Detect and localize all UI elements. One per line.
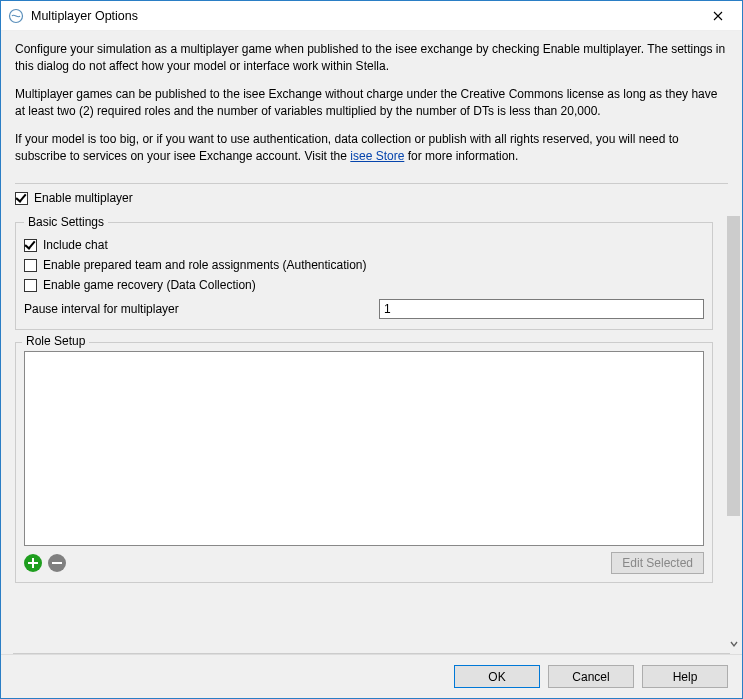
ok-button[interactable]: OK bbox=[454, 665, 540, 688]
vertical-scrollbar[interactable] bbox=[725, 213, 742, 653]
scrollbar-thumb[interactable] bbox=[727, 216, 740, 516]
game-recovery-checkbox[interactable] bbox=[24, 279, 37, 292]
dialog-footer: OK Cancel Help bbox=[1, 654, 742, 698]
role-list[interactable] bbox=[24, 351, 704, 546]
scroll-down-icon[interactable] bbox=[726, 636, 741, 651]
pause-interval-input[interactable] bbox=[379, 299, 704, 319]
titlebar: Multiplayer Options bbox=[1, 1, 742, 31]
description-p3: If your model is too big, or if you want… bbox=[15, 131, 728, 166]
remove-role-button[interactable] bbox=[48, 554, 66, 572]
prepared-teams-label: Enable prepared team and role assignment… bbox=[43, 258, 367, 272]
description-text: Configure your simulation as a multiplay… bbox=[1, 31, 742, 183]
game-recovery-label: Enable game recovery (Data Collection) bbox=[43, 278, 256, 292]
basic-settings-group: Basic Settings Include chat Enable prepa… bbox=[15, 215, 713, 330]
description-p1: Configure your simulation as a multiplay… bbox=[15, 41, 728, 76]
basic-settings-legend: Basic Settings bbox=[24, 215, 108, 229]
include-chat-checkbox[interactable] bbox=[24, 239, 37, 252]
role-setup-legend: Role Setup bbox=[22, 334, 89, 348]
app-icon bbox=[7, 7, 25, 25]
enable-multiplayer-label: Enable multiplayer bbox=[34, 191, 133, 205]
help-button[interactable]: Help bbox=[642, 665, 728, 688]
close-button[interactable] bbox=[695, 1, 740, 30]
window-title: Multiplayer Options bbox=[31, 9, 695, 23]
divider bbox=[15, 183, 728, 184]
include-chat-label: Include chat bbox=[43, 238, 108, 252]
pause-interval-label: Pause interval for multiplayer bbox=[24, 302, 379, 316]
role-setup-group: Role Setup Edit Selected bbox=[15, 342, 713, 583]
cancel-button[interactable]: Cancel bbox=[548, 665, 634, 688]
add-role-button[interactable] bbox=[24, 554, 42, 572]
prepared-teams-checkbox[interactable] bbox=[24, 259, 37, 272]
settings-scroll-area: Basic Settings Include chat Enable prepa… bbox=[1, 213, 725, 653]
description-p2: Multiplayer games can be published to th… bbox=[15, 86, 728, 121]
edit-selected-button: Edit Selected bbox=[611, 552, 704, 574]
enable-multiplayer-checkbox[interactable] bbox=[15, 192, 28, 205]
isee-store-link[interactable]: isee Store bbox=[350, 149, 404, 163]
